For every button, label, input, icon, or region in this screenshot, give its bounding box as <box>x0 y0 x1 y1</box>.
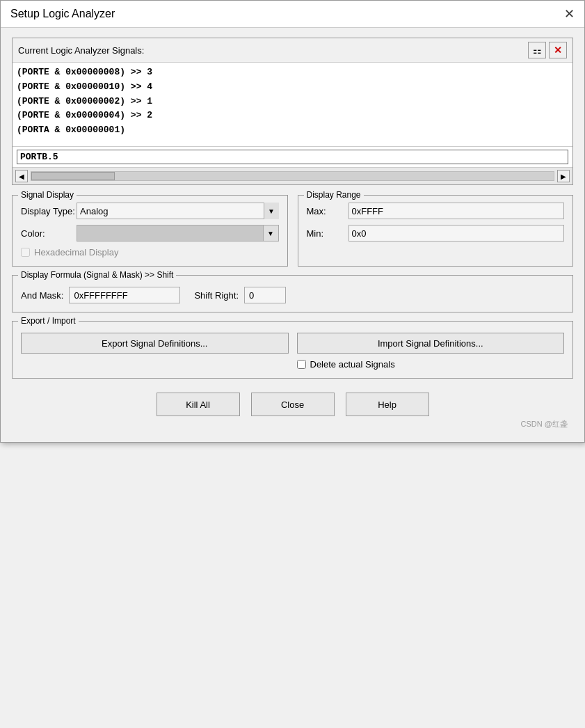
export-import-legend: Export / Import <box>18 316 79 326</box>
list-item[interactable]: (PORTE & 0x00000002) >> 1 <box>17 95 568 109</box>
export-right: Import Signal Definitions... Delete actu… <box>297 333 565 370</box>
scroll-thumb <box>31 172 115 180</box>
color-swatch[interactable] <box>77 225 264 242</box>
display-type-select-wrapper: Analog ▼ <box>77 203 279 219</box>
export-signal-definitions-button[interactable]: Export Signal Definitions... <box>21 333 289 354</box>
export-inner: Export Signal Definitions... Import Sign… <box>21 329 564 370</box>
min-row: Min: <box>307 225 565 242</box>
color-label: Color: <box>21 228 77 239</box>
watermark: CSDN @红盏 <box>12 416 573 431</box>
signal-display-legend: Signal Display <box>18 190 77 200</box>
color-dropdown-button[interactable]: ▼ <box>264 225 279 242</box>
display-range-legend: Display Range <box>304 190 364 200</box>
close-button[interactable]: Close <box>251 393 335 416</box>
color-picker-wrapper: ▼ <box>77 225 279 242</box>
help-button[interactable]: Help <box>346 393 429 416</box>
horizontal-scrollbar: ◀ ▶ <box>13 167 572 184</box>
content-area: Current Logic Analyzer Signals: ⚏ ✕ (POR… <box>1 28 584 442</box>
list-item[interactable]: (PORTE & 0x00000008) >> 3 <box>17 65 568 80</box>
min-input[interactable] <box>348 225 565 242</box>
signals-delete-button[interactable]: ✕ <box>549 42 567 58</box>
delete-signals-row: Delete actual Signals <box>297 359 565 370</box>
scroll-left-button[interactable]: ◀ <box>15 170 28 182</box>
display-type-row: Display Type: Analog ▼ <box>21 203 279 219</box>
scroll-track[interactable] <box>31 171 554 181</box>
hex-display-row: Hexadecimal Display <box>21 247 279 258</box>
list-item[interactable]: (PORTA & 0x00000001) <box>17 123 568 138</box>
main-window: Setup Logic Analyzer ✕ Current Logic Ana… <box>0 0 585 443</box>
min-label: Min: <box>307 228 348 239</box>
shift-right-input[interactable] <box>244 287 286 303</box>
max-input[interactable] <box>348 203 565 219</box>
display-range-box: Display Range Max: Min: <box>298 195 574 267</box>
signal-display-box: Signal Display Display Type: Analog ▼ Co… <box>12 195 288 267</box>
delete-signals-label: Delete actual Signals <box>310 359 395 370</box>
and-mask-input[interactable] <box>69 287 180 303</box>
window-close-button[interactable]: ✕ <box>564 8 575 20</box>
and-mask-field: And Mask: <box>21 287 180 303</box>
kill-all-button[interactable]: Kill All <box>157 393 240 416</box>
export-import-box: Export / Import Export Signal Definition… <box>12 321 573 379</box>
signals-header: Current Logic Analyzer Signals: ⚏ ✕ <box>13 38 572 63</box>
scroll-right-button[interactable]: ▶ <box>557 170 570 182</box>
shift-right-label: Shift Right: <box>194 290 239 301</box>
delete-icon: ✕ <box>554 45 562 56</box>
display-section: Signal Display Display Type: Analog ▼ Co… <box>12 195 573 267</box>
signals-list: (PORTE & 0x00000008) >> 3 (PORTE & 0x000… <box>13 63 572 146</box>
bottom-buttons: Kill All Close Help <box>12 390 573 416</box>
max-row: Max: <box>307 203 565 219</box>
formula-inner: And Mask: Shift Right: <box>21 283 564 303</box>
signal-edit-input[interactable] <box>17 150 568 164</box>
import-signal-definitions-button[interactable]: Import Signal Definitions... <box>297 333 565 354</box>
formula-box: Display Formula (Signal & Mask) >> Shift… <box>12 275 573 312</box>
hex-display-label: Hexadecimal Display <box>34 247 118 258</box>
signals-section: Current Logic Analyzer Signals: ⚏ ✕ (POR… <box>12 38 573 185</box>
export-left: Export Signal Definitions... <box>21 333 289 354</box>
shift-right-field: Shift Right: <box>194 287 286 303</box>
formula-legend: Display Formula (Signal & Mask) >> Shift <box>18 270 176 280</box>
signals-header-label: Current Logic Analyzer Signals: <box>18 45 144 56</box>
list-item[interactable]: (PORTE & 0x00000010) >> 4 <box>17 80 568 95</box>
display-type-select[interactable]: Analog <box>77 203 279 219</box>
delete-signals-checkbox[interactable] <box>297 360 306 369</box>
signals-header-buttons: ⚏ ✕ <box>528 42 567 58</box>
max-label: Max: <box>307 206 348 216</box>
title-bar: Setup Logic Analyzer ✕ <box>1 1 584 28</box>
grid-icon: ⚏ <box>533 45 542 56</box>
display-type-label: Display Type: <box>21 206 77 216</box>
and-mask-label: And Mask: <box>21 290 63 301</box>
list-item[interactable]: (PORTE & 0x00000004) >> 2 <box>17 109 568 123</box>
signal-edit-row <box>13 146 572 167</box>
color-row: Color: ▼ <box>21 225 279 242</box>
hex-display-checkbox[interactable] <box>21 248 30 257</box>
window-title: Setup Logic Analyzer <box>10 8 115 20</box>
signals-grid-button[interactable]: ⚏ <box>528 42 546 58</box>
